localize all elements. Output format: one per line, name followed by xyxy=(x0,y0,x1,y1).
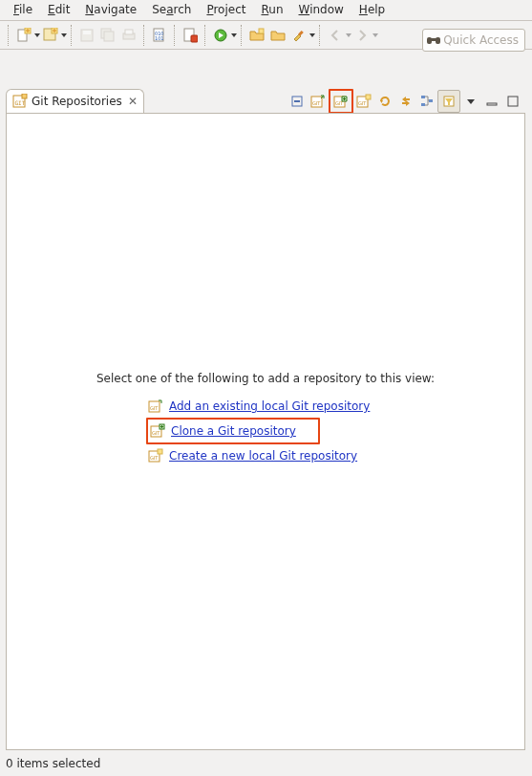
svg-rect-47 xyxy=(508,97,518,106)
quick-access-bar: Quick Access xyxy=(422,29,525,52)
empty-prompt: Select one of the following to add a rep… xyxy=(7,372,524,385)
menu-run[interactable]: Run xyxy=(253,0,290,20)
forward-icon[interactable] xyxy=(354,28,370,43)
svg-rect-18 xyxy=(191,35,198,42)
forward-dropdown[interactable] xyxy=(372,28,378,43)
run-icon[interactable] xyxy=(213,28,228,43)
menu-project[interactable]: Project xyxy=(199,0,253,20)
open-folder-icon[interactable] xyxy=(249,28,265,43)
menu-help[interactable]: Help xyxy=(351,0,393,20)
create-repo-icon[interactable]: GIT xyxy=(353,91,374,112)
svg-rect-39 xyxy=(366,95,371,99)
menu-window[interactable]: Window xyxy=(291,0,351,20)
hierarchy-icon[interactable] xyxy=(416,91,437,112)
back-icon[interactable] xyxy=(328,28,343,43)
svg-text:101: 101 xyxy=(155,35,164,41)
git-repositories-view: GIT Git Repositories ✕ GIT GIT GIT Selec… xyxy=(6,88,525,750)
svg-text:GIT: GIT xyxy=(150,455,159,461)
save-plus-icon[interactable] xyxy=(43,28,58,43)
maximize-icon[interactable] xyxy=(502,91,523,112)
add-existing-repo-icon[interactable]: GIT xyxy=(308,91,329,112)
run-dropdown[interactable] xyxy=(231,28,237,43)
binoculars-icon xyxy=(426,33,441,47)
link-editor-icon[interactable] xyxy=(395,91,416,112)
stop-icon[interactable] xyxy=(182,28,198,43)
minimize-icon[interactable] xyxy=(481,91,502,112)
view-tabbar: GIT Git Repositories ✕ GIT GIT GIT xyxy=(6,88,525,113)
folder-icon[interactable] xyxy=(270,28,286,43)
git-repo-icon: GIT xyxy=(12,94,28,109)
svg-text:GIT: GIT xyxy=(358,100,367,106)
status-bar: 0 items selected xyxy=(6,757,100,770)
quick-access-placeholder: Quick Access xyxy=(443,33,519,47)
svg-rect-42 xyxy=(421,103,425,106)
tab-title: Git Repositories xyxy=(32,95,122,108)
svg-rect-25 xyxy=(431,38,436,41)
clone-repo-row-icon: GIT xyxy=(150,423,165,439)
svg-text:GIT: GIT xyxy=(150,405,159,411)
menu-edit[interactable]: Edit xyxy=(40,0,77,20)
back-dropdown[interactable] xyxy=(346,28,351,43)
svg-rect-21 xyxy=(259,29,264,33)
brush-icon[interactable] xyxy=(291,28,307,43)
svg-rect-41 xyxy=(421,96,425,98)
link-clone[interactable]: Clone a Git repository xyxy=(171,424,296,438)
clone-repo-icon[interactable]: GIT xyxy=(329,89,353,114)
save-plus-dropdown[interactable] xyxy=(61,28,67,43)
svg-rect-13 xyxy=(125,30,133,34)
svg-text:GIT: GIT xyxy=(312,100,321,106)
print-icon[interactable] xyxy=(121,28,137,43)
add-repo-row-icon: GIT xyxy=(148,399,163,414)
quick-access-field[interactable]: Quick Access xyxy=(422,29,525,52)
menu-search[interactable]: Search xyxy=(144,0,199,20)
create-repo-row-icon: GIT xyxy=(148,448,163,463)
close-icon[interactable]: ✕ xyxy=(128,95,138,108)
svg-rect-57 xyxy=(158,449,162,454)
binary-icon[interactable]: 010101 xyxy=(152,28,167,43)
svg-rect-46 xyxy=(487,103,497,105)
save-icon[interactable] xyxy=(79,28,95,43)
svg-text:GIT: GIT xyxy=(152,430,160,436)
svg-rect-28 xyxy=(22,94,27,98)
menu-bar: File Edit Navigate Search Project Run Wi… xyxy=(0,0,532,21)
filter-toggle-icon[interactable] xyxy=(437,90,460,113)
collapse-all-icon[interactable] xyxy=(287,91,308,112)
save-all-icon[interactable] xyxy=(100,28,116,43)
brush-dropdown[interactable] xyxy=(309,28,315,43)
menu-file[interactable]: File xyxy=(6,0,40,20)
svg-text:GIT: GIT xyxy=(15,99,26,106)
new-dropdown[interactable] xyxy=(34,28,40,43)
link-add-existing[interactable]: Add an existing local Git repository xyxy=(169,399,370,413)
view-menu-icon[interactable] xyxy=(460,91,481,112)
link-create[interactable]: Create a new local Git repository xyxy=(169,449,357,463)
refresh-icon[interactable] xyxy=(374,91,395,112)
tab-git-repositories[interactable]: GIT Git Repositories ✕ xyxy=(6,89,144,113)
svg-marker-40 xyxy=(380,100,383,103)
svg-rect-43 xyxy=(429,99,433,102)
view-body: Select one of the following to add a rep… xyxy=(6,113,525,750)
svg-rect-9 xyxy=(83,31,91,34)
view-toolbar: GIT GIT GIT xyxy=(287,90,525,113)
svg-marker-45 xyxy=(467,99,475,104)
new-icon[interactable] xyxy=(16,28,32,43)
menu-navigate[interactable]: Navigate xyxy=(77,0,144,20)
svg-rect-11 xyxy=(104,32,114,41)
